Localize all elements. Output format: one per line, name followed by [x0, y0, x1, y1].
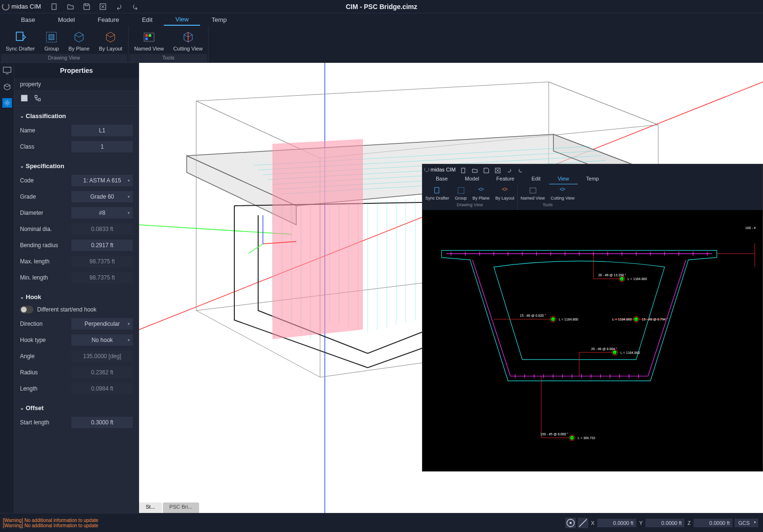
- sub-logo: midas CIM: [424, 167, 456, 172]
- value-name[interactable]: L1: [71, 125, 133, 136]
- label-start-length: Start length: [20, 419, 68, 426]
- save-icon[interactable]: [83, 3, 90, 10]
- toggle-different-hook[interactable]: [20, 306, 33, 313]
- label-angle: Angle: [20, 353, 68, 360]
- sub-cutting-view[interactable]: Cutting View: [548, 184, 577, 201]
- subwindow-drafter: midas CIM Base Model Feature Edit View T…: [422, 164, 763, 472]
- value-hook-type[interactable]: No hook: [71, 334, 133, 346]
- menu-edit[interactable]: Edit: [131, 14, 164, 25]
- x-label: X: [590, 520, 595, 526]
- doc-tab-psc[interactable]: PSC Bri...: [163, 502, 199, 513]
- group-label: Group: [44, 46, 59, 51]
- menu-feature[interactable]: Feature: [86, 14, 131, 25]
- sync-drafter-button[interactable]: Sync Drafter: [1, 26, 40, 54]
- viewport-3d[interactable]: midas CIM Base Model Feature Edit View T…: [139, 63, 763, 513]
- section-classification[interactable]: Classification: [20, 109, 133, 122]
- svg-text:L = 306.732: L = 306.732: [578, 436, 595, 440]
- value-start-length[interactable]: 0.3000 ft: [71, 417, 133, 428]
- menu-model[interactable]: Model: [47, 14, 86, 25]
- settings-gear-icon[interactable]: [2, 98, 12, 108]
- sub-menu-view[interactable]: View: [549, 175, 578, 184]
- sub-save-icon[interactable]: [483, 167, 489, 172]
- property-tab[interactable]: property: [14, 78, 139, 91]
- warning-line-2: [Warning] No additional information to u…: [3, 523, 136, 528]
- axis-toggle-icon[interactable]: [578, 518, 588, 528]
- sub-menubar: Base Model Feature Edit View Temp: [422, 175, 763, 184]
- ribbon-group-label-drawing-view: Drawing View: [1, 54, 127, 62]
- sub-menu-feature[interactable]: Feature: [488, 175, 523, 184]
- snap-toggle-icon[interactable]: [565, 518, 576, 528]
- tag-l1: 20 - #8 @ 13.358 " L1 L = 1184.860: [598, 273, 647, 281]
- sub-by-plane[interactable]: By Plane: [470, 184, 492, 201]
- status-bar: [Warning] No additional information to u…: [0, 513, 763, 532]
- sub-new-icon[interactable]: [461, 167, 466, 172]
- menu-view[interactable]: View: [164, 14, 200, 26]
- group-button[interactable]: Group: [40, 26, 64, 54]
- sub-group[interactable]: Group: [452, 184, 470, 201]
- logo-icon: [2, 3, 10, 10]
- value-code[interactable]: 1: ASTM A 615: [71, 175, 133, 186]
- sub-undo-icon[interactable]: [506, 167, 512, 172]
- open-file-icon[interactable]: [67, 3, 74, 10]
- sub-viewport-2d[interactable]: 20 - #8 @ 13.358 " L1 L = 1184.860 15 - …: [422, 210, 763, 471]
- coord-system-select[interactable]: GCS: [734, 519, 758, 527]
- svg-text:T1: T1: [571, 437, 575, 440]
- main-area: Properties property Classification NameL…: [0, 63, 763, 513]
- close-doc-icon[interactable]: [99, 3, 107, 10]
- named-view-label: Named View: [134, 46, 164, 51]
- section-hook[interactable]: Hook: [20, 290, 133, 303]
- value-bending-radius[interactable]: 0.2917 ft: [71, 240, 133, 251]
- value-class[interactable]: 1: [71, 141, 133, 152]
- named-view-button[interactable]: Named View: [130, 26, 169, 54]
- section-offset[interactable]: Offset: [20, 401, 133, 414]
- value-grade[interactable]: Grade 60: [71, 191, 133, 202]
- list-view-icon[interactable]: [20, 94, 29, 102]
- sub-menu-base[interactable]: Base: [427, 175, 456, 184]
- svg-text:20 - #8 @ 13.358 ": 20 - #8 @ 13.358 ": [598, 273, 626, 277]
- ribbon-group-drawing-view: Sync Drafter Group By Plane By Layout Dr…: [0, 26, 129, 62]
- sub-menu-model[interactable]: Model: [456, 175, 488, 184]
- section-specification[interactable]: Specification: [20, 159, 133, 172]
- value-diameter[interactable]: #8: [71, 207, 133, 219]
- label-diameter: Diameter: [20, 210, 68, 216]
- svg-text:150 - #5 @ 8.000 ": 150 - #5 @ 8.000 ": [540, 432, 568, 436]
- new-file-icon[interactable]: [50, 3, 58, 10]
- sub-menu-temp[interactable]: Temp: [578, 175, 608, 184]
- svg-text:160 - #: 160 - #: [745, 226, 756, 230]
- cube-icon[interactable]: [2, 82, 12, 91]
- undo-icon[interactable]: [115, 3, 123, 10]
- sub-redo-icon[interactable]: [518, 167, 523, 172]
- sub-logo-icon: [424, 167, 429, 172]
- svg-point-12: [6, 102, 8, 104]
- cutting-view-label: Cutting View: [173, 46, 203, 51]
- label-direction: Direction: [20, 321, 68, 327]
- value-direction[interactable]: Perpendicular: [71, 318, 133, 330]
- svg-text:L = 1184.860: L = 1184.860: [621, 351, 640, 354]
- redo-icon[interactable]: [131, 3, 139, 10]
- svg-text:15 - #8 @ 6.820 ": 15 - #8 @ 6.820 ": [520, 314, 546, 317]
- sub-by-layout[interactable]: By Layout: [492, 184, 517, 201]
- label-name: Name: [20, 127, 68, 134]
- cutting-view-button[interactable]: Cutting View: [169, 26, 208, 54]
- tree-view-icon[interactable]: [33, 94, 42, 102]
- svg-rect-4: [49, 34, 54, 40]
- title-bar: midas CIM CIM - PSC Bridge.cimz: [0, 0, 763, 13]
- tag-l2: 20 - #8 @ 8.084 " L2 L = 1184.860: [591, 347, 640, 355]
- doc-tab-st[interactable]: St...: [139, 502, 162, 513]
- sub-ribbon: Sync Drafter Group By Plane By Layout Dr…: [422, 184, 763, 210]
- menu-temp[interactable]: Temp: [200, 14, 238, 25]
- sub-open-icon[interactable]: [472, 167, 478, 172]
- z-label: Z: [686, 520, 692, 526]
- product-name: midas CIM: [11, 3, 41, 10]
- sub-menu-edit[interactable]: Edit: [523, 175, 549, 184]
- sub-sync-drafter[interactable]: Sync Drafter: [422, 184, 452, 201]
- sub-close-icon[interactable]: [495, 167, 501, 172]
- by-plane-label: By Plane: [69, 46, 90, 51]
- sub-named-view[interactable]: Named View: [518, 184, 548, 201]
- svg-text:L2: L2: [614, 351, 617, 354]
- menu-base[interactable]: Base: [10, 14, 47, 25]
- by-layout-button[interactable]: By Layout: [94, 26, 127, 54]
- by-plane-button[interactable]: By Plane: [64, 26, 94, 54]
- toggle-label-different-hook: Different start/end hook: [37, 306, 97, 313]
- monitor-icon[interactable]: [2, 66, 12, 75]
